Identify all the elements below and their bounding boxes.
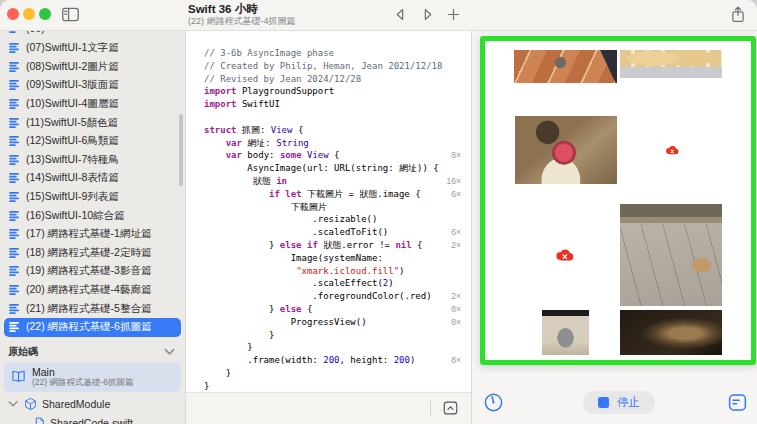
sharedmodule-label: SharedModule xyxy=(42,398,110,410)
xmark-icloud-icon xyxy=(665,145,679,155)
xmark-icloud-icon xyxy=(555,248,574,261)
code-line: } xyxy=(204,367,471,380)
sidebar-item[interactable]: (20) 網路程式基礎-4藝廊篇 xyxy=(0,281,185,300)
sidebar-item-label: (16)SwiftUI-10綜合篇 xyxy=(26,209,125,223)
code-line: // 3-6b AsyncImage phase xyxy=(204,47,471,60)
console-button[interactable] xyxy=(727,392,748,413)
sidebar-toggle-button[interactable] xyxy=(61,6,80,26)
sidebar-item-label: (18) 網路程式基礎-2定時篇 xyxy=(26,246,151,260)
code-lines[interactable]: // 3-6b AsyncImage phase// Created by Ph… xyxy=(186,30,471,393)
live-preview: 停止 xyxy=(472,30,757,424)
code-line: } else {8× xyxy=(204,303,471,316)
keyboard-dismiss-button[interactable] xyxy=(442,400,459,419)
run-count-badge: 8× xyxy=(451,316,461,329)
window-close-button[interactable] xyxy=(7,8,19,20)
sidebar-item[interactable]: (08)SwiftUI-2圖片篇 xyxy=(0,58,185,77)
sidebar-toggle-icon xyxy=(61,6,80,23)
list-lines-icon xyxy=(9,228,20,240)
sidebar-item[interactable]: (21) 網路程式基礎-5整合篇 xyxy=(0,299,185,318)
list-lines-icon xyxy=(9,154,20,166)
sidebar-scrollbar[interactable] xyxy=(179,114,183,186)
sidebar-item[interactable]: (06) xyxy=(0,30,185,38)
run-count-badge: 8× xyxy=(451,303,461,316)
page-list: (06)(07)SwiftUI-1文字篇(08)SwiftUI-2圖片篇(09)… xyxy=(0,30,185,337)
chevron-down-icon[interactable] xyxy=(164,348,175,356)
list-lines-icon xyxy=(9,303,20,315)
list-lines-icon xyxy=(9,191,20,203)
code-line: .scaleEffect(2) xyxy=(204,277,471,290)
run-count-badge: 2× xyxy=(451,239,461,252)
sidebar-item[interactable]: (19) 網路程式基礎-3影音篇 xyxy=(0,262,185,281)
sidebar-item[interactable]: (11)SwiftUI-5顏色篇 xyxy=(0,113,185,132)
sidebar-item-label: (22) 網路程式基礎-6抓圖篇 xyxy=(26,320,151,334)
performance-gauge-button[interactable] xyxy=(483,392,504,413)
sidebar-item[interactable]: (18) 網路程式基礎-2定時篇 xyxy=(0,244,185,263)
preview-controls: 停止 xyxy=(472,380,757,424)
back-icon xyxy=(392,6,409,23)
code-editor[interactable]: // 3-6b AsyncImage phase// Created by Ph… xyxy=(186,30,472,424)
sidebar-item-clipped: (06) xyxy=(0,30,185,39)
sidebar-item-label: (21) 網路程式基礎-5整合篇 xyxy=(26,302,151,316)
main-page-subtitle: (22) 網路程式基礎-6抓圖篇 xyxy=(32,378,134,388)
source-section-header: 原始碼 xyxy=(0,344,185,360)
sidebar-item-label: (09)SwiftUI-3版面篇 xyxy=(26,78,119,92)
document-title-group: Swift 36 小時 (22) 網路程式基礎-4抓圖篇 xyxy=(188,3,296,27)
run-count-badge: 16× xyxy=(447,175,461,188)
sidebar-item-label: (12)SwiftUI-6鳥類篇 xyxy=(26,134,119,148)
sidebar-item[interactable]: (22) 網路程式基礎-6抓圖篇 xyxy=(4,318,181,337)
list-lines-icon xyxy=(9,98,20,110)
back-button[interactable] xyxy=(392,6,409,26)
running-highlight-border xyxy=(480,36,756,365)
code-line: AsyncImage(url: URL(string: 網址)) { xyxy=(204,162,471,175)
run-count-badge: 2× xyxy=(451,290,461,303)
gauge-icon xyxy=(483,392,504,413)
window-subtitle: (22) 網路程式基礎-4抓圖篇 xyxy=(188,17,296,27)
sharedcode-label: SharedCode.swift xyxy=(50,417,133,424)
sidebar-item[interactable]: (17) 網路程式基礎-1網址篇 xyxy=(0,225,185,244)
stop-button[interactable]: 停止 xyxy=(583,391,655,414)
code-line: if let 下載圖片 = 狀態.image {6× xyxy=(204,188,471,201)
list-lines-icon xyxy=(9,247,20,259)
run-icon xyxy=(419,6,436,23)
sidebar-item-label: (08)SwiftUI-2圖片篇 xyxy=(26,60,119,74)
photo-yawning-kitten xyxy=(515,116,617,184)
sidebar-item[interactable]: (15)SwiftUI-9列表篇 xyxy=(0,188,185,207)
sidebar-item[interactable]: (16)SwiftUI-10綜合篇 xyxy=(0,206,185,225)
sidebar-item-label: (10)SwiftUI-4圖層篇 xyxy=(26,97,119,111)
sidebar-item-label: (19) 網路程式基礎-3影音篇 xyxy=(26,264,151,278)
list-lines-icon xyxy=(9,210,20,222)
add-page-button[interactable] xyxy=(445,6,462,26)
sidebar-item[interactable]: (10)SwiftUI-4圖層篇 xyxy=(0,95,185,114)
code-line: .foregroundColor(.red)2× xyxy=(204,290,471,303)
sidebar-item[interactable]: (07)SwiftUI-1文字篇 xyxy=(0,39,185,58)
window-zoom-button[interactable] xyxy=(39,8,51,20)
chevron-down-icon[interactable] xyxy=(8,400,18,408)
sidebar-item[interactable]: (13)SwiftUI-7特種鳥 xyxy=(0,151,185,170)
stop-square-icon xyxy=(598,397,609,408)
run-button[interactable] xyxy=(419,6,436,26)
list-lines-icon xyxy=(9,42,20,54)
sidebar-item-sharedcode[interactable]: SharedCode.swift xyxy=(0,414,185,424)
code-line: 狀態 in16× xyxy=(204,175,471,188)
sidebar-item-main[interactable]: Main (22) 網路程式基礎-6抓圖篇 xyxy=(4,362,181,392)
sidebar-item[interactable]: (12)SwiftUI-6鳥類篇 xyxy=(0,132,185,151)
list-lines-icon xyxy=(9,135,20,147)
code-line: } else if 狀態.error != nil {2× xyxy=(204,239,471,252)
share-button[interactable] xyxy=(729,5,747,27)
sidebar: (06)(07)SwiftUI-1文字篇(08)SwiftUI-2圖片篇(09)… xyxy=(0,30,186,424)
code-line: .resizable() xyxy=(204,213,471,226)
code-line: var body: some View {8× xyxy=(204,149,471,162)
window-title: Swift 36 小時 xyxy=(188,3,296,16)
sidebar-item[interactable]: (09)SwiftUI-3版面篇 xyxy=(0,76,185,95)
toolbar: Swift 36 小時 (22) 網路程式基礎-4抓圖篇 xyxy=(0,0,757,31)
window-minimize-button[interactable] xyxy=(23,8,35,20)
sidebar-item-label: (20) 網路程式基礎-4藝廊篇 xyxy=(26,283,151,297)
code-line: import PlaygroundSupport xyxy=(204,85,471,98)
photo-fluffy-paws xyxy=(620,50,722,78)
sidebar-item-sharedmodule[interactable]: SharedModule xyxy=(0,395,185,414)
code-line: // Revised by Jean 2024/12/28 xyxy=(204,73,471,86)
photo-cat-screenshot xyxy=(542,310,589,355)
source-section-label: 原始碼 xyxy=(8,345,38,359)
sidebar-item[interactable]: (14)SwiftUI-8表情篇 xyxy=(0,169,185,188)
keyboard-dismiss-icon xyxy=(442,400,459,416)
